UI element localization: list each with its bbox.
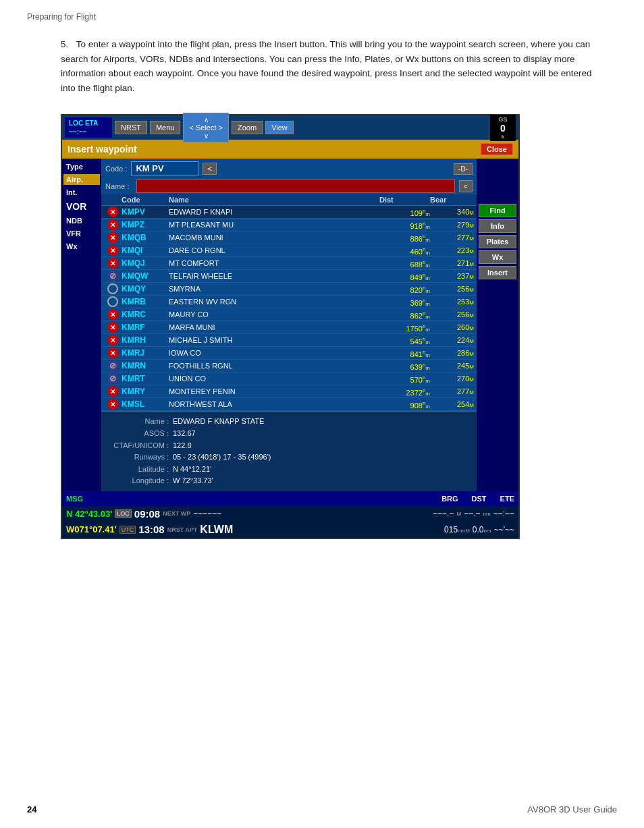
info-lon-row: Longitude : W 72°33.73' [108, 475, 470, 487]
wp-dist: 369nm [379, 298, 430, 307]
info-button[interactable]: Info [479, 219, 516, 233]
table-row[interactable]: ✕ KMQJ MT COMFORT 688nm 271M [101, 257, 477, 270]
code-input[interactable]: KM PV [131, 161, 198, 175]
tilde-4: ~~:~~ [493, 509, 514, 518]
wp-name: DARE CO RGNL [169, 246, 379, 254]
table-row[interactable]: ✕ KMPV EDWARD F KNAPI 109nm 340M [101, 206, 477, 219]
table-row[interactable]: ⊘ KMRN FOOTHILLS RGNL 639nm 245M [101, 360, 477, 372]
wp-icon-slash: ⊘ [107, 271, 118, 281]
loc-eta-value: ~~:~~ [69, 128, 108, 136]
loc-eta-label: LOC ETA [69, 119, 108, 128]
code-arrow-btn[interactable]: < [203, 163, 216, 175]
wp-bear: 256M [430, 285, 474, 293]
table-row[interactable]: ✕ KMRF MARFA MUNI 1750nm 260M [101, 321, 477, 334]
time-val-1: 09:08 [134, 508, 160, 520]
info-runways-value: 05 - 23 (4018') 17 - 35 (4996') [173, 451, 271, 464]
sidebar-wx[interactable]: Wx [63, 241, 100, 252]
table-row[interactable]: ✕ KMQI DARE CO RGNL 460nm 223M [101, 244, 477, 257]
find-button[interactable]: Find [479, 204, 516, 217]
wp-code: KMQJ [122, 258, 169, 268]
wp-icon-x: ✕ [107, 258, 118, 269]
wp-dist: 639nm [379, 362, 430, 371]
sidebar-ndb[interactable]: NDB [63, 215, 100, 226]
status-right: BRG DST ETE [441, 495, 514, 503]
nrst-tag: NRST APT [167, 526, 198, 533]
wp-name: FOOTHILLS RGNL [169, 362, 379, 370]
sidebar-vfr[interactable]: VFR [63, 228, 100, 239]
wp-dist: 886nm [379, 233, 430, 243]
wp-icon-x: ✕ [107, 335, 118, 346]
wp-bear: 237M [430, 272, 474, 280]
wp-dist: 908nm [379, 400, 430, 410]
wp-icon-x: ✕ [107, 399, 118, 410]
wp-icon-x: ✕ [107, 245, 118, 256]
table-row[interactable]: ⊘ KMRT UNION CO 570nm 270M [101, 372, 477, 385]
wp-bear: 340M [430, 208, 474, 216]
page-number: 24 [27, 804, 36, 815]
wp-code: KMQY [122, 284, 169, 294]
table-row[interactable]: ✕ KMSL NORTHWEST ALA 908nm 254M [101, 398, 477, 411]
info-asos-row: ASOS : 132.67 [108, 428, 470, 440]
wp-code: KMRN [122, 361, 169, 370]
wp-icon-x: ✕ [107, 206, 118, 217]
db-button[interactable]: -D- [454, 163, 473, 175]
name-input[interactable] [136, 180, 455, 193]
menu-button[interactable]: Menu [150, 121, 181, 134]
wp-name: MT PLEASANT MU [169, 221, 379, 229]
wp-dist: 849nm [379, 272, 430, 281]
info-lon-label: Longitude : [108, 475, 169, 487]
wp-name: MONTEREY PENIN [169, 387, 379, 395]
dst-label: DST [472, 495, 487, 503]
table-body: ✕ KMPV EDWARD F KNAPI 109nm 340M ✕ KMPZ … [101, 206, 477, 411]
sidebar-vor[interactable]: VOR [63, 200, 100, 213]
table-row[interactable]: ✕ KMRH MICHAEL J SMITH 545nm 224M [101, 334, 477, 347]
dist-val-2: 0.0nm [473, 525, 491, 534]
table-row[interactable]: ✕ KMPZ MT PLEASANT MU 918nm 279M [101, 219, 477, 231]
tilde-3: ~~.~ [464, 509, 480, 518]
table-row[interactable]: ✕ KMRY MONTEREY PENIN 2372nm 277M [101, 385, 477, 398]
wp-code: KMRC [122, 310, 169, 319]
wp-name: MACOMB MUNI [169, 233, 379, 242]
wx-button[interactable]: Wx [479, 250, 516, 264]
wp-name: NORTHWEST ALA [169, 400, 379, 408]
icon-cell [104, 296, 122, 307]
wp-dist: 820nm [379, 285, 430, 294]
name-arrow-btn[interactable]: < [459, 180, 473, 192]
wp-code: KMRH [122, 335, 169, 345]
wp-code: KMQB [122, 233, 169, 242]
icon-cell: ✕ [104, 386, 122, 397]
table-row[interactable]: ✕ KMRJ IOWA CO 841nm 286M [101, 347, 477, 360]
name-row: Name : < [101, 178, 477, 194]
nrst-button[interactable]: NRST [115, 121, 147, 134]
ete-label: ETE [500, 495, 514, 503]
brg-label: BRG [441, 495, 458, 503]
wp-bear: 286M [430, 349, 474, 357]
select-button[interactable]: ∧ < Select > ∨ [183, 113, 229, 142]
time-val-2: 13:08 [138, 524, 164, 535]
table-row[interactable]: ✕ KMRC MAURY CO 862nm 256M [101, 308, 477, 321]
plates-button[interactable]: Plates [479, 235, 516, 248]
zoom-button[interactable]: Zoom [232, 121, 263, 134]
info-lat-label: Latitude : [108, 464, 169, 476]
view-button[interactable]: View [265, 121, 294, 134]
sidebar-int[interactable]: Int. [63, 187, 100, 198]
name-label: Name : [105, 182, 132, 190]
dist2-num: 0.0 [473, 525, 484, 534]
info-lat-value: N 44°12.21' [173, 464, 211, 476]
avionics-screen: LOC ETA ~~:~~ NRST Menu ∧ < Select > ∨ Z… [61, 114, 520, 539]
insert-button[interactable]: Insert [479, 266, 516, 279]
info-name-label: Name : [108, 416, 169, 428]
wp-code: KMRB [122, 297, 169, 306]
table-row[interactable]: KMRB EASTERN WV RGN 369nm 253M [101, 296, 477, 308]
close-button[interactable]: Close [481, 143, 513, 155]
icon-cell: ✕ [104, 232, 122, 243]
wp-dist: 2372nm [379, 387, 430, 397]
dist-val-1: 015nmM [444, 525, 470, 534]
wp-bear: 223M [430, 246, 474, 254]
sidebar-airp[interactable]: Airp. [63, 174, 100, 185]
icon-cell: ⊘ [104, 373, 122, 384]
table-row[interactable]: ✕ KMQB MACOMB MUNI 886nm 277M [101, 231, 477, 244]
icon-cell: ✕ [104, 399, 122, 410]
table-row[interactable]: KMQY SMYRNA 820nm 256M [101, 283, 477, 296]
table-row[interactable]: ⊘ KMQW TELFAIR WHEELE 849nm 237M [101, 270, 477, 283]
